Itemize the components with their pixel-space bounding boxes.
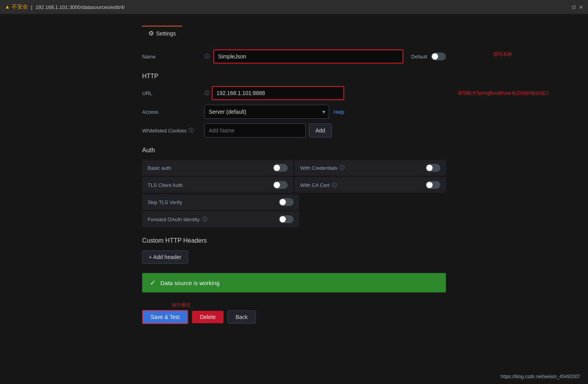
url-label: URL	[142, 90, 204, 96]
skip-tls-label: Skip TLS Verify	[148, 199, 279, 205]
browser-icon1: ⊡	[572, 4, 576, 10]
custom-headers-title: Custom HTTP Headers	[142, 237, 446, 244]
main-content: ⚙ Settings 填写名称 Name ⓘ Default HTTP U	[0, 14, 588, 347]
name-row: Name ⓘ Default	[142, 49, 446, 63]
tls-client-auth-label: TLS Client Auth	[148, 182, 273, 188]
with-ca-cert-row: With CA Cert ⓘ	[295, 177, 446, 193]
settings-tab-label: Settings	[156, 30, 176, 37]
settings-tab-icon: ⚙	[148, 30, 154, 37]
save-test-button[interactable]: Save & Test	[142, 310, 188, 324]
bottom-buttons: Save & Test Delete Back	[142, 310, 256, 324]
forward-oauth-toggle[interactable]	[279, 215, 294, 223]
auth-section-title: Auth	[142, 147, 446, 154]
status-check-icon: ✓	[150, 278, 156, 287]
name-input-group: ⓘ Default	[204, 49, 446, 63]
separator: |	[31, 4, 32, 10]
basic-auth-toggle[interactable]	[273, 164, 288, 172]
cookies-input[interactable]	[204, 123, 306, 137]
with-ca-cert-info-icon: ⓘ	[332, 181, 337, 188]
form-container: ⚙ Settings 填写名称 Name ⓘ Default HTTP U	[142, 26, 446, 324]
url-info-icon: ⓘ	[204, 90, 209, 97]
auth-row-3-right-spacer	[300, 194, 446, 211]
auth-row-4: Forward OAuth Identity ⓘ	[142, 211, 446, 228]
auth-row-1: Basic auth With Credentials ⓘ	[142, 160, 446, 176]
browser-actions: ⊡ ✕	[572, 4, 583, 10]
status-message: Data source is working	[160, 280, 220, 286]
http-section: HTTP URL ⓘ 请写刚才SpringBoot的war包启动的地址端口 Ac…	[142, 73, 446, 137]
name-annotation: 填写名称	[493, 51, 512, 58]
status-bar: ✓ Data source is working	[142, 273, 446, 292]
delete-button[interactable]: Delete	[192, 311, 223, 323]
default-toggle[interactable]	[431, 53, 446, 60]
forward-oauth-info-icon: ⓘ	[202, 216, 207, 223]
browser-icon2: ✕	[579, 4, 583, 10]
add-header-button[interactable]: + Add header	[142, 250, 188, 264]
with-credentials-row: With Credentials ⓘ	[295, 160, 446, 176]
whitelisted-cookies-row: Whitelisted Cookies ⓘ Add	[142, 123, 446, 137]
name-input[interactable]	[213, 49, 403, 63]
whitelisted-cookies-label: Whitelisted Cookies ⓘ	[142, 127, 204, 134]
auth-section: Auth Basic auth With Credentials ⓘ	[142, 147, 446, 228]
with-ca-cert-label: With CA Cert ⓘ	[300, 181, 426, 188]
forward-oauth-row: Forward OAuth Identity ⓘ	[142, 211, 299, 227]
auth-row-4-right-spacer	[300, 211, 446, 228]
back-button[interactable]: Back	[227, 310, 256, 324]
execute-annotation: 执行测试	[142, 302, 220, 308]
with-credentials-toggle[interactable]	[426, 164, 440, 172]
bottom-section: 执行测试 Save & Test Delete Back	[142, 302, 446, 324]
browser-url: 192.168.1.101:3000/datasources/edit/4/	[35, 4, 125, 10]
forward-oauth-label: Forward OAuth Identity ⓘ	[148, 216, 279, 223]
access-row: Access Server (default) Browser Help	[142, 105, 446, 119]
with-credentials-info-icon: ⓘ	[340, 164, 345, 171]
basic-auth-row: Basic auth	[142, 160, 293, 176]
auth-grid: Basic auth With Credentials ⓘ TLS Cl	[142, 160, 446, 228]
tls-client-auth-toggle[interactable]	[273, 181, 288, 189]
default-label: Default	[411, 54, 427, 60]
name-label: Name	[142, 54, 204, 60]
auth-row-3: Skip TLS Verify	[142, 194, 446, 211]
access-label: Access	[142, 109, 204, 115]
cookies-add-button[interactable]: Add	[309, 123, 332, 137]
access-select[interactable]: Server (default) Browser	[204, 105, 329, 119]
with-credentials-label: With Credentials ⓘ	[300, 164, 426, 171]
with-ca-cert-toggle[interactable]	[426, 181, 440, 189]
url-input[interactable]	[212, 86, 344, 100]
warning-icon: ▲ 不安全	[5, 4, 28, 11]
skip-tls-toggle[interactable]	[279, 198, 294, 206]
tls-client-auth-row: TLS Client Auth	[142, 177, 293, 193]
custom-headers-section: Custom HTTP Headers + Add header	[142, 237, 446, 264]
bottom-link: https://blog.csdn.net/weixin_45492007	[501, 374, 580, 379]
url-annotation: 请写刚才SpringBoot的war包启动的地址端口	[458, 90, 549, 97]
url-row: URL ⓘ 请写刚才SpringBoot的war包启动的地址端口	[142, 86, 446, 100]
access-help-link[interactable]: Help	[334, 109, 344, 115]
access-select-wrapper: Server (default) Browser	[204, 105, 329, 119]
cookies-info-icon: ⓘ	[189, 127, 194, 134]
auth-row-2: TLS Client Auth With CA Cert ⓘ	[142, 177, 446, 194]
http-section-title: HTTP	[142, 73, 446, 80]
browser-bar: ▲ 不安全 | 192.168.1.101:3000/datasources/e…	[0, 0, 588, 14]
skip-tls-row: Skip TLS Verify	[142, 194, 299, 210]
settings-tab[interactable]: ⚙ Settings	[142, 26, 182, 40]
basic-auth-label: Basic auth	[148, 165, 273, 171]
name-info-icon: ⓘ	[204, 53, 209, 60]
